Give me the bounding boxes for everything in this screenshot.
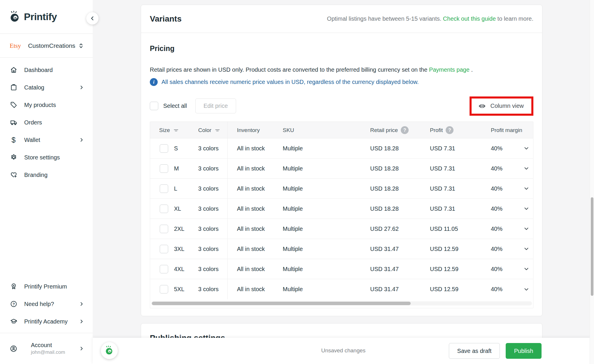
cell-retail-price: USD 27.62 <box>370 226 430 232</box>
column-header-color[interactable]: Color <box>198 127 227 133</box>
column-view-button[interactable]: Column view <box>472 99 531 114</box>
edit-price-button[interactable]: Edit price <box>195 99 236 113</box>
sidebar-item-label: Branding <box>24 172 48 178</box>
cell-color: 3 colors <box>198 266 227 272</box>
row-checkbox[interactable] <box>160 225 168 233</box>
filter-icon[interactable] <box>173 127 179 133</box>
column-header-inventory: Inventory <box>227 122 283 138</box>
cell-profit-margin: 40% <box>491 145 523 152</box>
cell-inventory: All in stock <box>227 199 283 219</box>
cell-color: 3 colors <box>198 185 227 192</box>
row-checkbox[interactable] <box>160 144 168 153</box>
usd-info-note: i All sales channels receive numeric pri… <box>150 78 533 86</box>
truck-icon <box>10 119 17 126</box>
row-checkbox[interactable] <box>160 164 168 173</box>
row-checkbox[interactable] <box>160 285 168 293</box>
printify-logo[interactable]: Printify <box>0 0 93 34</box>
page-scrollbar[interactable] <box>590 0 594 364</box>
bottom-action-bar: Unsaved changes Save as draft Publish <box>93 338 594 364</box>
row-checkbox[interactable] <box>160 245 168 253</box>
row-expand-chevron[interactable] <box>523 266 534 272</box>
sidebar-item-label: Catalog <box>24 84 44 91</box>
table-controls: Select all Edit price Column view <box>150 97 533 115</box>
store-switcher[interactable]: Etsy CustomCreations <box>0 34 93 58</box>
filter-icon[interactable] <box>214 127 221 133</box>
sidebar-item-my-products[interactable]: My products <box>0 96 93 114</box>
cell-profit: USD 12.59 <box>430 266 491 272</box>
sidebar-item-need-help[interactable]: ? Need help? <box>0 295 93 313</box>
row-checkbox[interactable] <box>160 184 168 193</box>
cell-profit-margin: 40% <box>491 226 523 232</box>
dollar-icon: $ <box>10 136 17 144</box>
sidebar-collapse-button[interactable] <box>86 12 99 24</box>
variants-header: Variants Optimal listings have between 5… <box>141 5 542 33</box>
cell-color: 3 colors <box>198 286 227 293</box>
user-circle-icon <box>10 345 17 353</box>
account-label: Account <box>31 342 65 349</box>
chevron-right-icon <box>79 85 85 90</box>
sidebar-item-printify-premium[interactable]: Printify Premium <box>0 278 93 295</box>
cell-profit: USD 12.59 <box>430 286 491 293</box>
horizontal-scrollbar <box>150 299 533 308</box>
row-checkbox[interactable] <box>160 265 168 273</box>
scrollbar-track[interactable] <box>151 301 532 305</box>
chevron-right-icon <box>79 137 85 143</box>
scrollbar-thumb[interactable] <box>152 302 411 305</box>
row-expand-chevron[interactable] <box>523 246 534 252</box>
cell-profit-margin: 40% <box>491 165 523 172</box>
guide-link[interactable]: Check out this guide <box>443 15 496 22</box>
help-circle-icon: ? <box>10 300 17 308</box>
question-icon[interactable]: ? <box>401 126 409 134</box>
sidebar-item-branding[interactable]: Branding <box>0 166 93 184</box>
cell-size: L <box>174 185 177 192</box>
row-expand-chevron[interactable] <box>523 286 534 293</box>
pricing-title: Pricing <box>150 44 533 53</box>
row-expand-chevron[interactable] <box>523 185 534 192</box>
column-header-size[interactable]: Size <box>150 127 198 133</box>
heart-plus-icon <box>10 171 17 179</box>
save-as-draft-button[interactable]: Save as draft <box>449 343 500 359</box>
table-row: S 3 colors All in stock Multiple USD 18.… <box>150 138 533 159</box>
cell-inventory: All in stock <box>227 159 283 178</box>
unfold-more-icon <box>78 42 85 50</box>
svg-text:?: ? <box>13 302 15 306</box>
cell-sku: Multiple <box>283 246 370 252</box>
table-body: S 3 colors All in stock Multiple USD 18.… <box>150 138 533 299</box>
column-header-profit-margin: Profit margin <box>491 127 523 133</box>
sidebar-item-catalog[interactable]: Catalog <box>0 79 93 96</box>
sidebar-item-account[interactable]: Account john@mail.com <box>0 333 93 364</box>
gear-icon <box>10 154 17 161</box>
cell-profit: USD 7.31 <box>430 205 491 212</box>
sidebar-item-store-settings[interactable]: Store settings <box>0 149 93 166</box>
chevron-right-icon <box>79 319 85 324</box>
sidebar-item-orders[interactable]: Orders <box>0 114 93 131</box>
row-expand-chevron[interactable] <box>523 145 534 152</box>
cell-retail-price: USD 18.28 <box>370 205 430 212</box>
table-row: 3XL 3 colors All in stock Multiple USD 3… <box>150 239 533 259</box>
cell-color: 3 colors <box>198 226 227 232</box>
column-header-retail-price: Retail price ? <box>370 126 430 134</box>
cell-sku: Multiple <box>283 286 370 293</box>
variants-table: Size Color Inventory SKU <box>150 122 533 308</box>
publish-button[interactable]: Publish <box>506 343 542 359</box>
pricing-description: Retail prices are shown in USD only. Pro… <box>150 66 533 73</box>
payments-page-link[interactable]: Payments page <box>429 66 470 73</box>
sidebar-footer: Printify Premium ? Need help? <box>0 278 93 364</box>
table-row: 4XL 3 colors All in stock Multiple USD 3… <box>150 259 533 279</box>
cell-sku: Multiple <box>283 145 370 152</box>
sidebar-item-label: Printify Premium <box>24 283 67 290</box>
row-expand-chevron[interactable] <box>523 165 534 172</box>
sidebar-item-wallet[interactable]: $ Wallet <box>0 131 93 149</box>
question-icon[interactable]: ? <box>446 126 454 134</box>
chevron-right-icon <box>79 346 85 351</box>
row-expand-chevron[interactable] <box>523 226 534 232</box>
sidebar-item-dashboard[interactable]: Dashboard <box>0 61 93 79</box>
select-all-checkbox[interactable] <box>150 102 158 110</box>
sidebar-item-printify-academy[interactable]: Printify Academy <box>0 313 93 330</box>
table-row: M 3 colors All in stock Multiple USD 18.… <box>150 159 533 179</box>
cell-profit: USD 7.31 <box>430 145 491 152</box>
row-expand-chevron[interactable] <box>523 205 534 212</box>
row-checkbox[interactable] <box>160 205 168 213</box>
page-scrollbar-thumb[interactable] <box>591 197 593 296</box>
medal-icon <box>10 283 17 290</box>
